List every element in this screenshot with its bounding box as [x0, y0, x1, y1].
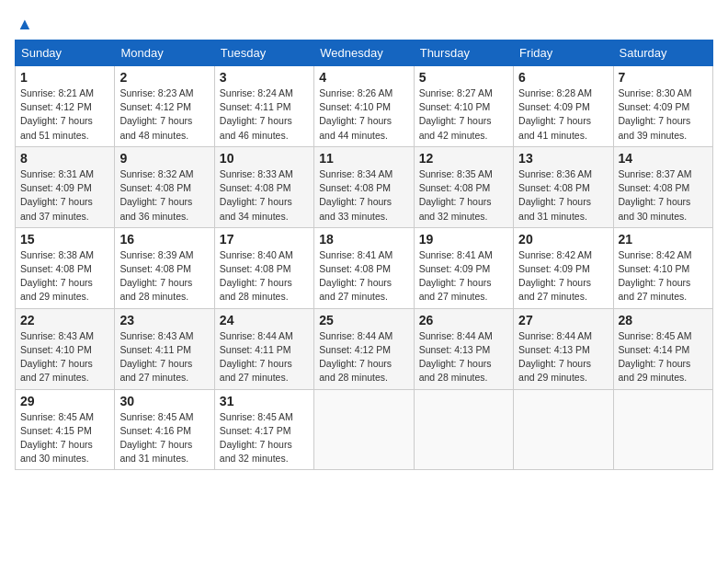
calendar-cell: 2Sunrise: 8:23 AMSunset: 4:12 PMDaylight…	[115, 66, 214, 147]
day-number: 15	[20, 232, 109, 247]
day-info: Sunrise: 8:45 AMSunset: 4:16 PMDaylight:…	[119, 410, 209, 466]
day-info: Sunrise: 8:27 AMSunset: 4:10 PMDaylight:…	[419, 86, 508, 143]
day-number: 22	[20, 313, 109, 327]
day-of-week-header: Saturday	[613, 40, 712, 66]
day-info: Sunrise: 8:45 AMSunset: 4:17 PMDaylight:…	[220, 410, 309, 466]
calendar-cell	[414, 389, 513, 470]
day-of-week-header: Thursday	[414, 40, 513, 66]
day-info: Sunrise: 8:21 AMSunset: 4:12 PMDaylight:…	[20, 86, 109, 143]
calendar-cell: 13Sunrise: 8:36 AMSunset: 4:08 PMDayligh…	[514, 146, 613, 227]
day-info: Sunrise: 8:24 AMSunset: 4:11 PMDaylight:…	[220, 86, 309, 143]
calendar-cell	[514, 389, 613, 470]
day-info: Sunrise: 8:37 AMSunset: 4:08 PMDaylight:…	[619, 167, 708, 224]
calendar-cell: 6Sunrise: 8:28 AMSunset: 4:09 PMDaylight…	[514, 66, 613, 147]
page-header: ▲	[15, 15, 713, 30]
day-info: Sunrise: 8:44 AMSunset: 4:12 PMDaylight:…	[319, 329, 408, 385]
calendar-cell: 10Sunrise: 8:33 AMSunset: 4:08 PMDayligh…	[214, 146, 313, 227]
day-number: 20	[518, 232, 608, 247]
calendar-cell: 29Sunrise: 8:45 AMSunset: 4:15 PMDayligh…	[16, 389, 115, 470]
calendar-cell: 7Sunrise: 8:30 AMSunset: 4:09 PMDaylight…	[613, 66, 712, 147]
day-info: Sunrise: 8:31 AMSunset: 4:09 PMDaylight:…	[20, 167, 109, 224]
day-number: 30	[119, 394, 209, 408]
calendar-cell: 1Sunrise: 8:21 AMSunset: 4:12 PMDaylight…	[16, 66, 115, 147]
calendar-table: SundayMondayTuesdayWednesdayThursdayFrid…	[15, 40, 713, 470]
calendar-cell	[314, 389, 414, 470]
calendar-cell: 12Sunrise: 8:35 AMSunset: 4:08 PMDayligh…	[414, 146, 513, 227]
calendar-cell: 26Sunrise: 8:44 AMSunset: 4:13 PMDayligh…	[414, 308, 513, 389]
calendar-cell: 24Sunrise: 8:44 AMSunset: 4:11 PMDayligh…	[214, 308, 313, 389]
calendar-cell: 14Sunrise: 8:37 AMSunset: 4:08 PMDayligh…	[613, 146, 712, 227]
day-info: Sunrise: 8:44 AMSunset: 4:13 PMDaylight:…	[518, 329, 608, 385]
calendar-cell: 25Sunrise: 8:44 AMSunset: 4:12 PMDayligh…	[314, 308, 414, 389]
day-info: Sunrise: 8:35 AMSunset: 4:08 PMDaylight:…	[419, 167, 508, 224]
day-number: 25	[319, 313, 408, 327]
day-info: Sunrise: 8:34 AMSunset: 4:08 PMDaylight:…	[319, 167, 408, 224]
day-of-week-header: Wednesday	[314, 40, 414, 66]
day-info: Sunrise: 8:42 AMSunset: 4:10 PMDaylight:…	[619, 248, 708, 304]
day-number: 9	[119, 151, 209, 166]
day-number: 3	[220, 70, 309, 85]
calendar-cell: 18Sunrise: 8:41 AMSunset: 4:08 PMDayligh…	[314, 227, 414, 308]
day-number: 23	[119, 313, 209, 327]
day-info: Sunrise: 8:43 AMSunset: 4:11 PMDaylight:…	[119, 329, 209, 385]
calendar-cell: 17Sunrise: 8:40 AMSunset: 4:08 PMDayligh…	[214, 227, 313, 308]
day-number: 13	[518, 151, 608, 166]
day-info: Sunrise: 8:40 AMSunset: 4:08 PMDaylight:…	[220, 248, 309, 304]
calendar-cell: 31Sunrise: 8:45 AMSunset: 4:17 PMDayligh…	[214, 389, 313, 470]
day-of-week-header: Sunday	[16, 40, 115, 66]
day-info: Sunrise: 8:23 AMSunset: 4:12 PMDaylight:…	[119, 86, 209, 143]
day-of-week-header: Friday	[514, 40, 613, 66]
day-info: Sunrise: 8:41 AMSunset: 4:09 PMDaylight:…	[419, 248, 508, 304]
day-number: 31	[220, 394, 309, 408]
day-number: 8	[20, 151, 109, 166]
day-number: 7	[619, 70, 708, 85]
day-number: 21	[619, 232, 708, 247]
day-number: 12	[419, 151, 508, 166]
day-number: 27	[518, 313, 608, 327]
day-info: Sunrise: 8:36 AMSunset: 4:08 PMDaylight:…	[518, 167, 608, 224]
day-number: 16	[119, 232, 209, 247]
calendar-cell: 28Sunrise: 8:45 AMSunset: 4:14 PMDayligh…	[613, 308, 712, 389]
day-info: Sunrise: 8:39 AMSunset: 4:08 PMDaylight:…	[119, 248, 209, 304]
day-info: Sunrise: 8:44 AMSunset: 4:13 PMDaylight:…	[419, 329, 508, 385]
calendar-cell: 16Sunrise: 8:39 AMSunset: 4:08 PMDayligh…	[115, 227, 214, 308]
day-info: Sunrise: 8:26 AMSunset: 4:10 PMDaylight:…	[319, 86, 408, 143]
calendar-cell: 3Sunrise: 8:24 AMSunset: 4:11 PMDaylight…	[214, 66, 313, 147]
day-of-week-header: Monday	[115, 40, 214, 66]
day-number: 1	[20, 70, 109, 85]
day-number: 10	[220, 151, 309, 166]
day-number: 6	[518, 70, 608, 85]
day-number: 28	[619, 313, 708, 327]
day-number: 24	[220, 313, 309, 327]
day-of-week-header: Tuesday	[214, 40, 313, 66]
calendar-cell	[613, 389, 712, 470]
day-number: 14	[619, 151, 708, 166]
day-info: Sunrise: 8:28 AMSunset: 4:09 PMDaylight:…	[518, 86, 608, 143]
day-number: 26	[419, 313, 508, 327]
day-info: Sunrise: 8:42 AMSunset: 4:09 PMDaylight:…	[518, 248, 608, 304]
day-number: 11	[319, 151, 408, 166]
day-number: 5	[419, 70, 508, 85]
calendar-cell: 21Sunrise: 8:42 AMSunset: 4:10 PMDayligh…	[613, 227, 712, 308]
calendar-cell: 27Sunrise: 8:44 AMSunset: 4:13 PMDayligh…	[514, 308, 613, 389]
calendar-cell: 5Sunrise: 8:27 AMSunset: 4:10 PMDaylight…	[414, 66, 513, 147]
day-info: Sunrise: 8:30 AMSunset: 4:09 PMDaylight:…	[619, 86, 708, 143]
day-number: 18	[319, 232, 408, 247]
calendar-cell: 11Sunrise: 8:34 AMSunset: 4:08 PMDayligh…	[314, 146, 414, 227]
calendar-cell: 30Sunrise: 8:45 AMSunset: 4:16 PMDayligh…	[115, 389, 214, 470]
calendar-cell: 8Sunrise: 8:31 AMSunset: 4:09 PMDaylight…	[16, 146, 115, 227]
logo-bird-icon: ▲	[17, 15, 33, 34]
calendar-cell: 15Sunrise: 8:38 AMSunset: 4:08 PMDayligh…	[16, 227, 115, 308]
day-number: 2	[119, 70, 209, 85]
day-number: 17	[220, 232, 309, 247]
calendar-cell: 20Sunrise: 8:42 AMSunset: 4:09 PMDayligh…	[514, 227, 613, 308]
calendar-cell: 9Sunrise: 8:32 AMSunset: 4:08 PMDaylight…	[115, 146, 214, 227]
calendar-cell: 19Sunrise: 8:41 AMSunset: 4:09 PMDayligh…	[414, 227, 513, 308]
day-info: Sunrise: 8:38 AMSunset: 4:08 PMDaylight:…	[20, 248, 109, 304]
day-info: Sunrise: 8:33 AMSunset: 4:08 PMDaylight:…	[220, 167, 309, 224]
day-number: 19	[419, 232, 508, 247]
calendar-cell: 22Sunrise: 8:43 AMSunset: 4:10 PMDayligh…	[16, 308, 115, 389]
day-info: Sunrise: 8:32 AMSunset: 4:08 PMDaylight:…	[119, 167, 209, 224]
day-info: Sunrise: 8:45 AMSunset: 4:15 PMDaylight:…	[20, 410, 109, 466]
calendar-cell: 4Sunrise: 8:26 AMSunset: 4:10 PMDaylight…	[314, 66, 414, 147]
